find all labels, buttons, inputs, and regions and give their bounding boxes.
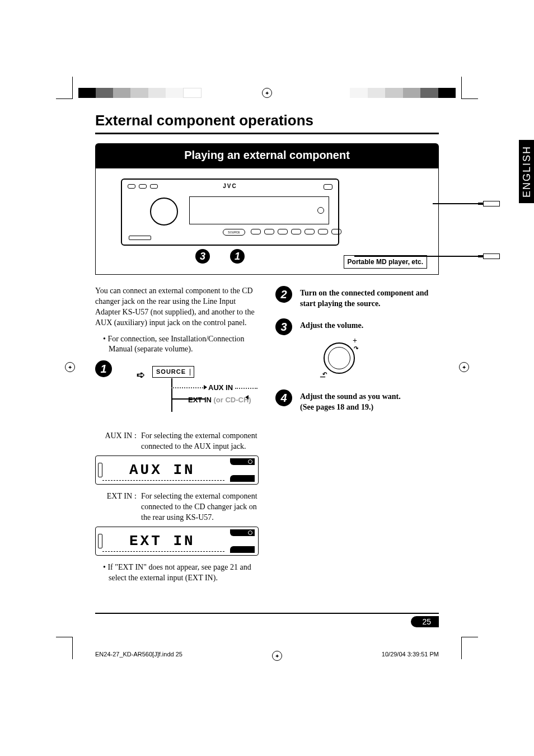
step-3-text: Adjust the volume.	[300, 321, 439, 331]
source-button-label: SOURCE	[152, 366, 194, 378]
heading-rule	[95, 133, 439, 134]
source-button-icon: SOURCE	[223, 229, 245, 236]
step-callout-1: 1	[230, 249, 245, 264]
aux-in-arrow-label: AUX IN	[208, 383, 233, 392]
right-column: 2 Turn on the connected component and st…	[275, 286, 439, 589]
aux-in-term: AUX IN	[95, 431, 132, 452]
step-number-3: 3	[275, 318, 292, 335]
density-bars-right	[332, 88, 456, 98]
lcd-text: AUX IN	[129, 461, 195, 480]
step-1: 1 ➪ SOURCE AUX IN EXT IN (or CD-CH)	[95, 360, 259, 422]
step-4: 4 Adjust the sound as you want. (See pag…	[275, 389, 439, 413]
step-number-4: 4	[275, 389, 292, 406]
step-number-1: 1	[95, 360, 112, 377]
step-4-text-line1: Adjust the sound as you want.	[300, 392, 439, 402]
volume-knob-diagram: + – ↷↶	[317, 336, 362, 381]
ext-in-arrow-label: EXT IN	[188, 396, 212, 404]
device-label-box: Portable MD player, etc.	[344, 255, 427, 269]
aux-in-definition: For selecting the external component con…	[141, 431, 259, 452]
crop-mark	[461, 637, 478, 659]
register-mark-icon: ✦	[65, 362, 75, 372]
subsection-banner: Playing an external component	[95, 143, 439, 168]
register-mark-icon: ✦	[262, 88, 272, 98]
step-number-2: 2	[275, 286, 292, 303]
step-3: 3 Adjust the volume. + – ↷↶	[275, 318, 439, 381]
ext-in-definition: For selecting the external component con…	[141, 491, 259, 523]
step-2: 2 Turn on the connected component and st…	[275, 286, 439, 309]
press-arrow-icon: ➪	[137, 368, 145, 382]
cable-icon	[433, 200, 500, 208]
section-heading: External component operations	[95, 112, 439, 129]
footer-timestamp: 10/29/04 3:39:51 PM	[382, 651, 439, 661]
volume-dial-icon	[150, 198, 178, 226]
crop-mark	[56, 637, 73, 659]
car-stereo-illustration: JVC SOURCE	[121, 179, 339, 246]
plug-icon	[483, 253, 500, 259]
crop-mark	[56, 77, 73, 99]
page-content: External component operations Playing an…	[95, 112, 439, 644]
language-tab: ENGLISH	[519, 140, 534, 203]
hero-figure: JVC SOURCE 3 1 Portable MD player, etc.	[95, 168, 439, 275]
crop-mark	[461, 77, 478, 99]
note-bullet: For connection, see Installation/Connect…	[103, 334, 259, 355]
top-register-bar: ✦	[0, 88, 534, 98]
lcd-ext-in: EXT IN	[95, 527, 259, 556]
step-callout-3: 3	[195, 249, 210, 264]
source-button-diagram: ➪ SOURCE AUX IN EXT IN (or CD-CH)	[137, 366, 259, 416]
register-mark-icon: ✦	[459, 362, 469, 372]
brand-label: JVC	[223, 183, 237, 189]
note-bullet-2: If "EXT IN" does not appear, see page 21…	[103, 562, 259, 584]
ext-in-term: EXT IN	[95, 491, 132, 523]
step-2-text: Turn on the connected component and star…	[300, 286, 439, 309]
footer-rule	[95, 613, 439, 614]
page-number: 25	[411, 616, 439, 627]
step-4-text-line2: (See pages 18 and 19.)	[300, 402, 439, 413]
density-bars-left	[78, 88, 202, 98]
plug-icon	[483, 201, 500, 206]
intro-paragraph: You can connect an external component to…	[95, 286, 259, 328]
register-mark-icon: ✦	[272, 651, 282, 661]
print-footer: EN24-27_KD-AR560[J]f.indd 25 ✦ 10/29/04 …	[95, 651, 439, 661]
lcd-aux-in: AUX IN	[95, 456, 259, 485]
left-column: You can connect an external component to…	[95, 286, 259, 589]
footer-file: EN24-27_KD-AR560[J]f.indd 25	[95, 651, 182, 661]
lcd-text: EXT IN	[129, 532, 195, 551]
bottom-register-bar	[0, 637, 534, 647]
